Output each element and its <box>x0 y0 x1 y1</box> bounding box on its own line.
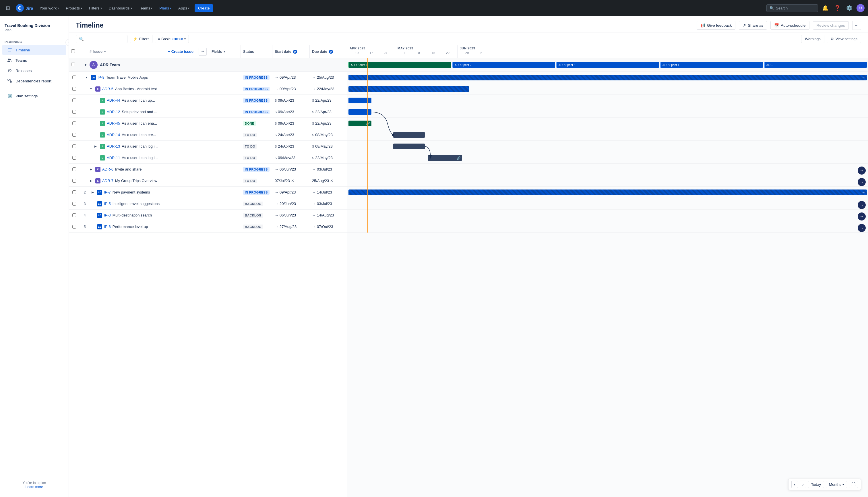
row-checkbox[interactable] <box>72 87 76 91</box>
gantt-bar-adr14[interactable] <box>393 132 425 138</box>
create-button[interactable]: Create <box>194 4 213 12</box>
team-chevron-icon[interactable]: ▼ <box>84 63 87 67</box>
row-checkbox[interactable] <box>72 133 76 137</box>
jira-logo[interactable]: Jira <box>14 4 35 12</box>
off-screen-arrow-ip5[interactable]: → <box>858 201 866 209</box>
table-row: ▶ S ADR-13 As a user I can log i... TO D… <box>69 141 347 152</box>
fullscreen-button[interactable]: ⛶ <box>849 481 858 488</box>
today-button[interactable]: Today <box>808 481 824 488</box>
chart-row-adr13 <box>347 141 868 152</box>
notifications-icon[interactable]: 🔔 <box>820 3 830 13</box>
chevron-down-icon: ▾ <box>223 50 225 53</box>
view-settings-button[interactable]: ⚙ View settings <box>827 35 861 43</box>
off-screen-arrow-adr7[interactable]: → <box>858 178 866 186</box>
issue-key[interactable]: ADR-5 <box>102 87 113 91</box>
row-checkbox[interactable] <box>72 190 76 194</box>
issue-key[interactable]: IP-5 <box>104 201 111 206</box>
row-checkbox[interactable] <box>72 156 76 160</box>
clear-date-icon[interactable]: ✕ <box>291 179 294 183</box>
nav-dashboards[interactable]: Dashboards ▾ <box>106 4 135 12</box>
expand-icon[interactable]: ▼ <box>84 76 89 79</box>
row-checkbox[interactable] <box>72 75 76 79</box>
row-checkbox[interactable] <box>72 99 76 102</box>
row-checkbox[interactable] <box>72 110 76 114</box>
grid-icon[interactable]: ⊞ <box>3 3 12 14</box>
expand-icon[interactable]: ▶ <box>88 168 93 171</box>
off-screen-arrow-adr6[interactable]: → <box>858 167 866 174</box>
expand-icon[interactable]: ▶ <box>93 145 98 148</box>
day-tick: 1 <box>397 50 412 55</box>
gantt-bar-ip8[interactable]: → <box>348 75 867 81</box>
issue-key[interactable]: ADR-12 <box>107 110 120 114</box>
issue-key[interactable]: ADR-11 <box>107 156 120 160</box>
issue-key[interactable]: ADR-13 <box>107 144 120 148</box>
table-row: ▼ LE IP-8 Team Travel Mobile Apps IN PRO… <box>69 72 347 83</box>
gantt-bar-adr5[interactable] <box>348 86 469 92</box>
issue-search-box[interactable]: 🔍 <box>76 35 128 43</box>
select-all-checkbox[interactable] <box>71 49 75 53</box>
expand-icon[interactable]: ▶ <box>88 179 93 182</box>
row-checkbox[interactable] <box>72 179 76 183</box>
expand-icon[interactable]: ▼ <box>88 87 93 90</box>
gantt-bar-adr44[interactable] <box>348 98 372 103</box>
sidebar-collapse-button[interactable]: ‹ <box>66 39 69 46</box>
issue-key[interactable]: ADR-7 <box>102 179 113 183</box>
sidebar-item-dependencies[interactable]: Dependencies report <box>2 76 66 86</box>
issue-key[interactable]: IP-3 <box>104 213 111 217</box>
search-box[interactable]: 🔍 Search <box>766 4 818 12</box>
issue-key[interactable]: IP-6 <box>104 225 111 229</box>
create-issue-button[interactable]: + Create issue <box>164 49 197 54</box>
nav-plans[interactable]: Plans ▾ <box>156 4 174 12</box>
user-avatar[interactable]: U <box>856 4 865 12</box>
help-icon[interactable]: ❓ <box>833 3 842 13</box>
issue-key[interactable]: IP-8 <box>98 75 104 80</box>
give-feedback-button[interactable]: 📢 Give feedback <box>697 21 735 30</box>
issue-key[interactable]: ADR-6 <box>102 167 113 171</box>
nav-your-work[interactable]: Your work ▾ <box>37 4 62 12</box>
filters-button[interactable]: ⚡ Filters <box>130 35 153 43</box>
issue-key[interactable]: IP-7 <box>104 190 111 194</box>
sidebar-item-timeline[interactable]: Timeline <box>2 45 66 55</box>
issue-key[interactable]: ADR-14 <box>107 133 120 137</box>
review-changes-button[interactable]: Review changes <box>813 21 849 30</box>
row-checkbox[interactable] <box>72 122 76 125</box>
nav-projects[interactable]: Projects ▾ <box>63 4 85 12</box>
auto-schedule-button[interactable]: 📅 Auto-schedule <box>770 21 809 30</box>
off-screen-arrow-ip6[interactable]: → <box>858 224 866 232</box>
share-as-button[interactable]: ↗ Share as <box>739 21 767 30</box>
expand-collapse-button[interactable]: ⇔ <box>199 48 207 56</box>
gantt-bar-adr13[interactable] <box>393 144 425 149</box>
table-row: S ADR-12 Setup dev and and ... IN PROGRE… <box>69 106 347 118</box>
settings-icon[interactable]: ⚙️ <box>844 3 854 13</box>
basic-filter-button[interactable]: ≡ Basic EDITED ▾ <box>155 35 189 43</box>
row-checkbox[interactable] <box>72 167 76 171</box>
gantt-bar-adr11[interactable]: 🔗 <box>428 155 462 161</box>
sidebar-item-teams[interactable]: Teams <box>2 55 66 65</box>
off-screen-arrow-ip3[interactable]: → <box>858 212 866 221</box>
team-row-checkbox[interactable] <box>71 62 75 66</box>
sidebar-item-plan-settings[interactable]: ⚙️ Plan settings <box>2 91 66 101</box>
clear-date-icon[interactable]: ✕ <box>330 179 333 183</box>
prev-button[interactable]: ‹ <box>791 481 798 488</box>
months-dropdown-button[interactable]: Months ▾ <box>826 481 847 488</box>
warnings-button[interactable]: Warnings <box>801 35 824 43</box>
learn-more-link[interactable]: Learn more <box>26 485 43 489</box>
row-checkbox[interactable] <box>72 144 76 148</box>
nav-apps[interactable]: Apps ▾ <box>175 4 192 12</box>
row-checkbox[interactable] <box>72 225 76 229</box>
next-button[interactable]: › <box>800 481 806 488</box>
row-checkbox[interactable] <box>72 213 76 217</box>
share-icon: ↗ <box>742 23 746 28</box>
gantt-bar-ip7[interactable]: → <box>348 189 867 195</box>
issue-key[interactable]: ADR-44 <box>107 98 120 102</box>
sidebar-item-releases[interactable]: Releases <box>2 66 66 75</box>
nav-teams[interactable]: Teams ▾ <box>136 4 156 12</box>
expand-icon[interactable]: ▶ <box>90 191 95 194</box>
row-checkbox[interactable] <box>72 202 76 205</box>
gantt-bar-adr12[interactable] <box>348 109 372 115</box>
more-options-button[interactable]: ··· <box>852 21 861 30</box>
gantt-bar-adr45[interactable]: 🔗 <box>348 120 372 126</box>
issue-key[interactable]: ADR-45 <box>107 121 120 126</box>
issue-search-input[interactable] <box>86 37 124 41</box>
nav-filters[interactable]: Filters ▾ <box>86 4 105 12</box>
